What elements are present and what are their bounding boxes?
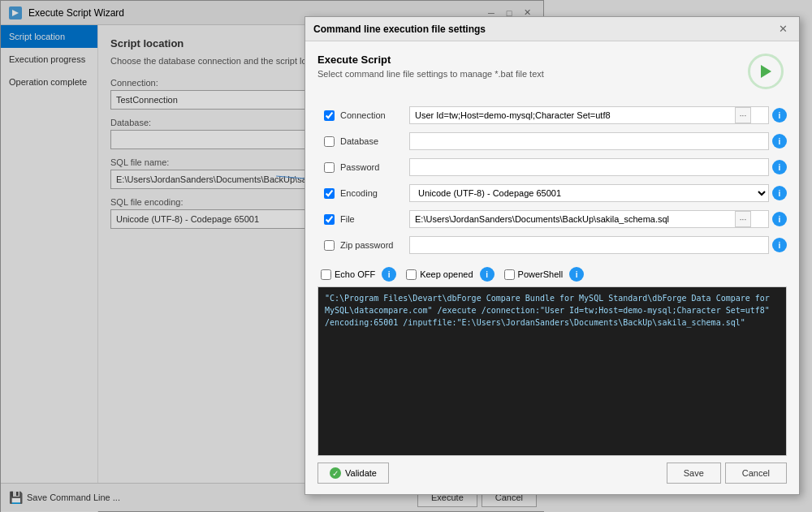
- connection-input-container: ···: [409, 106, 769, 124]
- dialog-cancel-button[interactable]: Cancel: [725, 463, 787, 484]
- keep-opened-label: Keep opened: [420, 269, 473, 279]
- file-input-container: ···: [409, 210, 769, 228]
- database-input-container: [409, 132, 769, 150]
- keep-opened-option: Keep opened i: [406, 267, 494, 282]
- keep-opened-checkbox[interactable]: [406, 269, 417, 280]
- validate-button[interactable]: ✓ Validate: [317, 463, 389, 484]
- file-checkbox[interactable]: [324, 214, 335, 225]
- file-field[interactable]: [409, 210, 769, 228]
- encoding-input-container: Unicode (UTF-8) - Codepage 65001: [409, 184, 769, 202]
- dialog-title-bar: Command line execution file settings ✕: [305, 17, 799, 41]
- encoding-row-label: Encoding: [340, 188, 409, 198]
- keep-opened-info-button[interactable]: i: [480, 267, 495, 282]
- password-checkbox-cell: [317, 162, 340, 173]
- encoding-info-button[interactable]: i: [772, 186, 787, 200]
- command-textarea[interactable]: [317, 286, 787, 456]
- encoding-select[interactable]: Unicode (UTF-8) - Codepage 65001: [409, 184, 769, 202]
- options-row: Echo OFF i Keep opened i PowerShell i: [317, 267, 787, 282]
- powershell-option: PowerShell i: [504, 267, 585, 282]
- dialog-footer: ✓ Validate Save Cancel: [317, 456, 787, 484]
- password-row: Password i: [317, 157, 787, 178]
- dialog-logo: [748, 54, 787, 93]
- dialog-title: Command line execution file settings: [313, 24, 486, 35]
- zip-password-field[interactable]: [409, 236, 769, 254]
- file-row: File ··· i: [317, 209, 787, 230]
- zip-password-checkbox[interactable]: [324, 240, 335, 251]
- dialog-header-title: Execute Script: [317, 54, 544, 66]
- password-input-container: [409, 158, 769, 176]
- password-row-label: Password: [340, 162, 409, 172]
- connection-dots-button[interactable]: ···: [735, 107, 751, 123]
- password-field[interactable]: [409, 158, 769, 176]
- encoding-row: Encoding Unicode (UTF-8) - Codepage 6500…: [317, 183, 787, 204]
- footer-right: Save Cancel: [667, 463, 787, 484]
- connection-checkbox-cell: [317, 110, 340, 121]
- encoding-checkbox[interactable]: [324, 188, 335, 199]
- echo-off-checkbox[interactable]: [321, 269, 331, 280]
- zip-checkbox-cell: [317, 240, 340, 251]
- validate-check-icon: ✓: [330, 467, 341, 479]
- file-checkbox-cell: [317, 214, 340, 225]
- password-info-button[interactable]: i: [772, 160, 787, 174]
- database-info-button[interactable]: i: [772, 134, 787, 148]
- database-row: Database i: [317, 131, 787, 152]
- dialog-form: Connection ··· i Database i: [317, 105, 787, 256]
- zip-password-info-button[interactable]: i: [772, 238, 787, 252]
- database-checkbox[interactable]: [324, 136, 335, 147]
- file-dots-button[interactable]: ···: [735, 211, 751, 227]
- dialog-logo-play-icon: [761, 65, 771, 78]
- database-checkbox-cell: [317, 136, 340, 147]
- password-checkbox[interactable]: [324, 162, 335, 173]
- connection-row: Connection ··· i: [317, 105, 787, 126]
- echo-off-option: Echo OFF i: [321, 267, 396, 282]
- database-field[interactable]: [409, 132, 769, 150]
- file-info-button[interactable]: i: [772, 212, 787, 226]
- powershell-label: PowerShell: [518, 269, 564, 279]
- dialog-header: Execute Script Select command line file …: [317, 54, 787, 93]
- dialog-header-text: Execute Script Select command line file …: [317, 54, 544, 79]
- echo-off-label: Echo OFF: [335, 269, 375, 279]
- echo-off-info-button[interactable]: i: [382, 267, 396, 282]
- validate-label: Validate: [345, 468, 377, 478]
- zip-password-row-label: Zip password: [340, 240, 409, 250]
- zip-password-row: Zip password i: [317, 234, 787, 256]
- connection-info-button[interactable]: i: [772, 108, 787, 123]
- dialog: Command line execution file settings ✕ E…: [304, 16, 800, 495]
- connection-checkbox[interactable]: [324, 110, 335, 121]
- dialog-close-button[interactable]: ✕: [775, 21, 791, 37]
- file-row-label: File: [340, 214, 409, 224]
- database-row-label: Database: [340, 136, 409, 146]
- encoding-checkbox-cell: [317, 188, 340, 199]
- connection-field[interactable]: [409, 106, 769, 124]
- powershell-info-button[interactable]: i: [569, 267, 584, 282]
- connection-row-label: Connection: [340, 110, 409, 120]
- zip-password-input-container: [409, 236, 769, 254]
- dialog-header-desc: Select command line file settings to man…: [317, 69, 544, 79]
- dialog-body: Execute Script Select command line file …: [305, 41, 799, 496]
- dialog-save-button[interactable]: Save: [667, 463, 721, 484]
- powershell-checkbox[interactable]: [504, 269, 515, 280]
